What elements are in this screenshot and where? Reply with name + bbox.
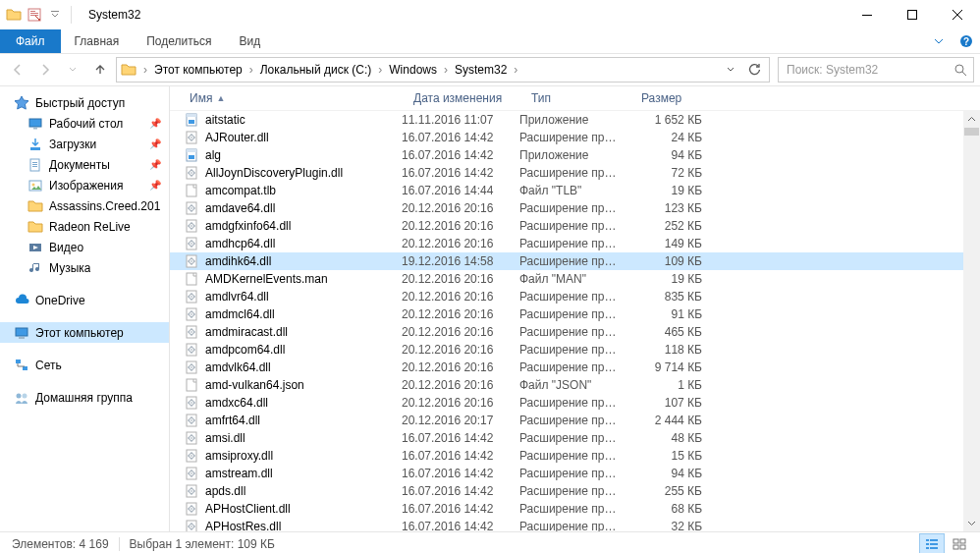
chevron-right-icon[interactable]: › xyxy=(376,63,384,77)
refresh-button[interactable] xyxy=(742,63,766,77)
file-row[interactable]: amstream.dll 16.07.2016 14:42 Расширение… xyxy=(170,465,963,482)
svg-point-71 xyxy=(191,402,192,404)
svg-rect-28 xyxy=(189,120,194,124)
ribbon-tab-home[interactable]: Главная xyxy=(61,29,134,53)
view-details-button[interactable] xyxy=(919,533,945,553)
maximize-button[interactable] xyxy=(890,0,935,29)
file-date: 20.12.2016 20:16 xyxy=(396,307,514,321)
chevron-right-icon[interactable]: › xyxy=(512,63,519,77)
file-row[interactable]: aitstatic 11.11.2016 11:07 Приложение 1 … xyxy=(170,111,963,129)
close-button[interactable] xyxy=(935,0,980,29)
crumb-thispc[interactable]: Этот компьютер xyxy=(149,58,247,82)
crumb-windows[interactable]: Windows xyxy=(384,58,442,82)
tree-homegroup[interactable]: Домашняя группа xyxy=(0,387,169,408)
col-type[interactable]: Тип xyxy=(525,91,635,105)
crumb-system32[interactable]: System32 xyxy=(450,58,512,82)
file-row[interactable]: amdmcl64.dll 20.12.2016 20:16 Расширение… xyxy=(170,305,963,323)
file-row[interactable]: APHostClient.dll 16.07.2016 14:42 Расшир… xyxy=(170,500,963,518)
address-history-dropdown[interactable] xyxy=(719,66,742,74)
scroll-down-button[interactable] xyxy=(963,515,980,531)
ribbon-file-tab[interactable]: Файл xyxy=(0,29,61,53)
tree-quick-item[interactable]: Музыка xyxy=(0,257,169,278)
svg-rect-15 xyxy=(32,162,37,163)
file-date: 20.12.2016 20:16 xyxy=(396,272,514,286)
ribbon-expand-icon[interactable] xyxy=(925,29,953,53)
tree-this-pc[interactable]: Этот компьютер xyxy=(0,322,169,343)
col-size[interactable]: Размер xyxy=(635,91,726,105)
file-row[interactable]: amdave64.dll 20.12.2016 20:16 Расширение… xyxy=(170,199,963,217)
file-name: APHostRes.dll xyxy=(205,520,281,531)
tree-quick-item[interactable]: Загрузки 📌 xyxy=(0,134,169,154)
file-row[interactable]: amdvlk64.dll 20.12.2016 20:16 Расширение… xyxy=(170,359,963,376)
recent-dropdown[interactable] xyxy=(61,58,84,82)
col-name[interactable]: Имя ▲ xyxy=(184,91,408,105)
folder-icon xyxy=(27,198,43,214)
view-thumbnails-button[interactable] xyxy=(947,533,972,553)
svg-point-10 xyxy=(955,65,963,73)
help-icon[interactable]: ? xyxy=(953,29,980,53)
file-row[interactable]: amdxc64.dll 20.12.2016 20:16 Расширение … xyxy=(170,394,963,412)
file-row[interactable]: amdhcp64.dll 20.12.2016 20:16 Расширение… xyxy=(170,235,963,252)
file-row[interactable]: AllJoynDiscoveryPlugin.dll 16.07.2016 14… xyxy=(170,164,963,182)
file-row[interactable]: AJRouter.dll 16.07.2016 14:42 Расширение… xyxy=(170,129,963,146)
file-size: 1 КБ xyxy=(624,378,712,392)
tree-quick-item[interactable]: Рабочий стол 📌 xyxy=(0,113,169,134)
ribbon-tab-view[interactable]: Вид xyxy=(225,29,274,53)
tree-onedrive[interactable]: OneDrive xyxy=(0,290,169,310)
file-row[interactable]: amdpcom64.dll 20.12.2016 20:16 Расширени… xyxy=(170,341,963,359)
qat-properties-icon[interactable] xyxy=(26,6,43,24)
crumb-drive[interactable]: Локальный диск (C:) xyxy=(255,58,377,82)
file-row[interactable]: apds.dll 16.07.2016 14:42 Расширение при… xyxy=(170,482,963,500)
chevron-right-icon[interactable]: › xyxy=(141,63,149,77)
file-row[interactable]: amfrt64.dll 20.12.2016 20:17 Расширение … xyxy=(170,412,963,429)
tree-quick-item[interactable]: Документы 📌 xyxy=(0,154,169,175)
tree-network[interactable]: Сеть xyxy=(0,355,169,375)
file-row[interactable]: amcompat.tlb 16.07.2016 14:44 Файл "TLB"… xyxy=(170,182,963,199)
file-row[interactable]: amsiproxy.dll 16.07.2016 14:42 Расширени… xyxy=(170,447,963,465)
vertical-scrollbar[interactable] xyxy=(963,111,980,531)
scroll-up-button[interactable] xyxy=(963,111,980,128)
col-date[interactable]: Дата изменения xyxy=(408,91,525,105)
scroll-track[interactable] xyxy=(963,128,980,515)
file-row[interactable]: APHostRes.dll 16.07.2016 14:42 Расширени… xyxy=(170,518,963,531)
address-bar[interactable]: › Этот компьютер › Локальный диск (C:) ›… xyxy=(116,57,770,83)
back-button[interactable] xyxy=(6,58,29,82)
file-icon xyxy=(184,483,199,499)
search-icon[interactable] xyxy=(953,63,967,77)
up-button[interactable] xyxy=(88,58,112,82)
tree-quick-item[interactable]: Изображения 📌 xyxy=(0,175,169,195)
tree-quick-item[interactable]: Radeon ReLive xyxy=(0,216,169,237)
file-date: 20.12.2016 20:16 xyxy=(396,360,514,374)
tree-quick-item[interactable]: Assassins.Creed.201 xyxy=(0,195,169,216)
separator xyxy=(71,6,72,24)
file-name: amdgfxinfo64.dll xyxy=(205,219,291,233)
svg-rect-29 xyxy=(187,114,196,117)
forward-button[interactable] xyxy=(33,58,57,82)
file-row[interactable]: amdmiracast.dll 20.12.2016 20:16 Расшире… xyxy=(170,323,963,341)
ribbon-tab-share[interactable]: Поделиться xyxy=(133,29,225,53)
file-row[interactable]: amdlvr64.dll 20.12.2016 20:16 Расширение… xyxy=(170,288,963,305)
qat-dropdown-icon[interactable] xyxy=(46,6,64,24)
file-type: Расширение при... xyxy=(514,307,624,321)
file-row[interactable]: amdihk64.dll 19.12.2016 14:58 Расширение… xyxy=(170,252,963,270)
file-name: amsiproxy.dll xyxy=(205,449,273,463)
minimize-button[interactable] xyxy=(844,0,890,29)
search-input[interactable] xyxy=(785,62,953,78)
search-box[interactable] xyxy=(778,57,974,83)
file-row[interactable]: amd-vulkan64.json 20.12.2016 20:16 Файл … xyxy=(170,376,963,394)
file-size: 94 КБ xyxy=(624,148,712,162)
nav-tree[interactable]: Быстрый доступ Рабочий стол 📌 Загрузки 📌… xyxy=(0,86,170,531)
tree-quick-item[interactable]: Видео xyxy=(0,237,169,257)
chevron-right-icon[interactable]: › xyxy=(442,63,450,77)
tree-quick-access[interactable]: Быстрый доступ xyxy=(0,92,169,113)
file-icon xyxy=(184,147,199,163)
file-size: 91 КБ xyxy=(624,307,712,321)
file-list[interactable]: aitstatic 11.11.2016 11:07 Приложение 1 … xyxy=(170,111,963,531)
file-row[interactable]: alg 16.07.2016 14:42 Приложение 94 КБ xyxy=(170,146,963,164)
file-row[interactable]: amdgfxinfo64.dll 20.12.2016 20:16 Расшир… xyxy=(170,217,963,235)
file-row[interactable]: amsi.dll 16.07.2016 14:42 Расширение при… xyxy=(170,429,963,447)
file-row[interactable]: AMDKernelEvents.man 20.12.2016 20:16 Фай… xyxy=(170,270,963,288)
scroll-thumb[interactable] xyxy=(964,128,979,136)
pc-icon xyxy=(14,325,29,341)
chevron-right-icon[interactable]: › xyxy=(247,63,255,77)
